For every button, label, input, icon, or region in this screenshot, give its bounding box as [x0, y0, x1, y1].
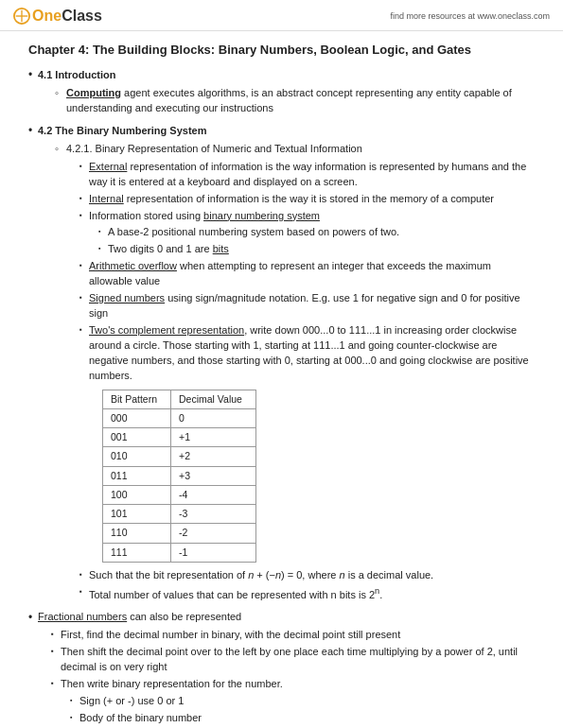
table-cell: -3 [171, 505, 256, 524]
twos-complement-item: Two's complement representation, write d… [79, 323, 535, 563]
frac-sub3-text: Then write binary representation for the… [61, 678, 283, 689]
math-n: n [248, 569, 254, 581]
table-header-row: Bit Pattern Decimal Value [103, 390, 256, 408]
section-41: 4.1 Introduction Computing agent execute… [28, 68, 535, 116]
table-body: 0000001+1010+2011+3100-4101-3110-2111-1 [103, 409, 256, 563]
base2-item: A base-2 positional numbering system bas… [98, 225, 535, 240]
info-stored-text: Information stored using [89, 210, 203, 221]
internal-item: Internal representation of information i… [79, 192, 535, 207]
table-cell: +3 [171, 466, 256, 485]
section-41-computing: Computing agent executes algorithms, is … [55, 86, 535, 116]
table-cell: 011 [103, 466, 171, 485]
fractional-section: Fractional numbers can also be represent… [28, 610, 535, 728]
table-row: 001+1 [103, 428, 256, 447]
signed-item: Signed numbers using sign/magnitude nota… [79, 291, 535, 321]
two-digits-item: Two digits 0 and 1 are bits [98, 242, 535, 257]
table-cell: 010 [103, 447, 171, 466]
table-cell: 0 [171, 409, 256, 428]
table-cell: -1 [171, 543, 256, 562]
table-cell: 101 [103, 505, 171, 524]
frac-sub3-2: Body of the binary number [70, 711, 535, 726]
table-row: 010+2 [103, 447, 256, 466]
table-row: 100-4 [103, 485, 256, 504]
bit-repr-item: Such that the bit representation of n + … [79, 568, 535, 583]
math-n2: n [340, 569, 345, 581]
table-cell: 001 [103, 428, 171, 447]
bits-label: bits [213, 243, 229, 254]
logo: OneClass [13, 8, 102, 25]
two-digits-text: Two digits 0 and 1 are [108, 243, 213, 254]
chapter-title: Chapter 4: The Building Blocks: Binary N… [28, 43, 535, 57]
binary-system-bullets: A base-2 positional numbering system bas… [89, 225, 535, 257]
table-cell: -4 [171, 485, 256, 504]
computing-text: agent executes algorithms, is an abstrac… [66, 87, 512, 113]
section-42-sublist: 4.2.1. Binary Representation of Numeric … [38, 142, 535, 603]
external-label: External [89, 161, 127, 172]
binary-numbering-system-label: binary numbering system [203, 210, 320, 221]
section-421-bullets: External representation of information i… [66, 160, 535, 603]
table-cell: 000 [103, 409, 171, 428]
table-row: 0000 [103, 409, 256, 428]
fractional-text: can also be represented [127, 611, 241, 622]
external-item: External representation of information i… [79, 160, 535, 190]
total-values-sup: n [375, 586, 379, 596]
col-bit-pattern: Bit Pattern [103, 390, 171, 408]
table-row: 111-1 [103, 543, 256, 562]
table-row: 110-2 [103, 524, 256, 543]
frac-sub3-1: Sign (+ or -) use 0 or 1 [70, 694, 535, 709]
section-41-sublist: Computing agent executes algorithms, is … [38, 86, 535, 116]
computing-label: Computing [66, 87, 121, 98]
table-cell: 111 [103, 543, 171, 562]
frac-sub3: Then write binary representation for the… [51, 677, 535, 728]
total-values-text: Total number of values that can be repre… [89, 588, 375, 599]
math-neg-n: n [275, 569, 281, 581]
bit-pattern-table: Bit Pattern Decimal Value 0000001+1010+2… [102, 390, 256, 563]
fractional-bullets: First, find the decimal number in binary… [38, 628, 535, 728]
internal-label: Internal [89, 193, 124, 204]
main-content: Chapter 4: The Building Blocks: Binary N… [0, 31, 563, 728]
table-row: 101-3 [103, 505, 256, 524]
page-header: OneClass find more resources at www.onec… [0, 0, 563, 31]
main-list: 4.1 Introduction Computing agent execute… [28, 68, 535, 728]
total-values-item: Total number of values that can be repre… [79, 585, 535, 603]
col-decimal-value: Decimal Value [171, 390, 256, 408]
table-cell: 110 [103, 524, 171, 543]
frac-sub1: First, find the decimal number in binary… [51, 628, 535, 643]
internal-text: representation of information is the way… [124, 193, 494, 204]
section-421: 4.2.1. Binary Representation of Numeric … [55, 142, 535, 603]
table-cell: -2 [171, 524, 256, 543]
fractional-label: Fractional numbers [38, 611, 127, 622]
section-41-label: 4.1 Introduction [38, 69, 116, 80]
logo-one: One [32, 8, 62, 25]
arithmetic-item: Arithmetic overflow when attempting to r… [79, 259, 535, 289]
section-421-label: 4.2.1. Binary Representation of Numeric … [66, 143, 362, 154]
logo-class: Class [62, 8, 102, 25]
arithmetic-label: Arithmetic overflow [89, 260, 177, 271]
info-stored-item: Information stored using binary numberin… [79, 209, 535, 258]
logo-icon [13, 8, 30, 25]
header-tagline: find more resources at www.oneclass.com [390, 11, 550, 21]
twos-label: Two's complement representation [89, 324, 244, 336]
section-42: 4.2 The Binary Numbering System 4.2.1. B… [28, 124, 535, 603]
table-cell: +1 [171, 428, 256, 447]
frac-sub3-bullets: Sign (+ or -) use 0 or 1 Body of the bin… [61, 694, 535, 728]
signed-label: Signed numbers [89, 292, 165, 303]
frac-sub2: Then shift the decimal point over to the… [51, 645, 535, 675]
table-cell: 100 [103, 485, 171, 504]
external-text: representation of information is the way… [89, 161, 526, 187]
table-cell: +2 [171, 447, 256, 466]
section-42-label: 4.2 The Binary Numbering System [38, 125, 207, 136]
table-row: 011+3 [103, 466, 256, 485]
